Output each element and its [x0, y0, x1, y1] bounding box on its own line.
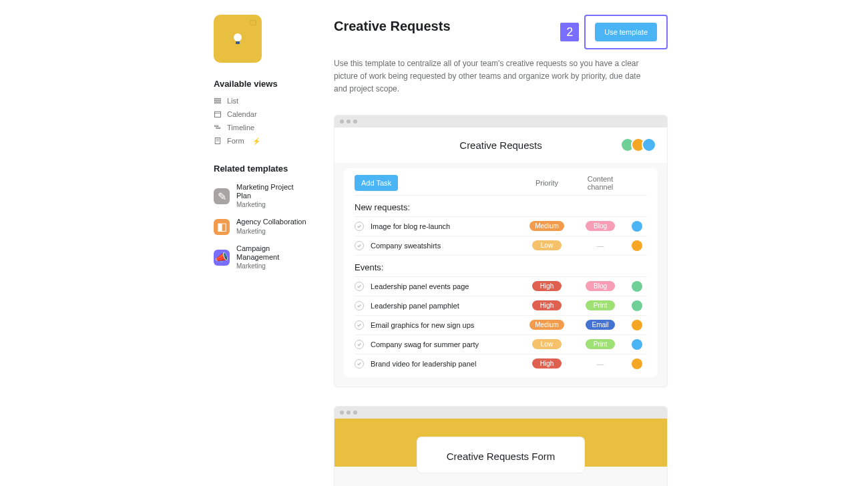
assignee-avatar	[632, 281, 642, 292]
column-channel: Content channel	[574, 175, 627, 191]
svg-rect-4	[215, 102, 221, 103]
template-main: Creative Requests 2 Use template Use thi…	[334, 15, 668, 486]
template-sidebar: Available views ListCalendarTimelineForm…	[214, 15, 307, 486]
svg-rect-1	[236, 41, 240, 44]
priority-pill: Low	[532, 339, 562, 349]
task-row[interactable]: Leadership panel events page High Blog	[355, 277, 647, 296]
preview-list-window: Creative Requests Add Task Priority Cont…	[334, 115, 668, 387]
priority-pill: High	[532, 358, 562, 369]
view-item-timeline[interactable]: Timeline	[214, 121, 307, 134]
assignee-avatar	[632, 240, 642, 251]
related-template-item[interactable]: ✎ Marketing Project PlanMarketing	[214, 179, 307, 214]
assignee-avatar	[632, 358, 642, 369]
channel-pill: Blog	[586, 281, 615, 291]
related-template-item[interactable]: 📣 Campaign ManagementMarketing	[214, 240, 307, 275]
views-list: ListCalendarTimelineForm⚡	[214, 94, 307, 148]
task-name: Company swag for summer party	[371, 340, 520, 348]
available-views-heading: Available views	[214, 79, 307, 89]
svg-rect-5	[215, 111, 221, 117]
channel-pill: Print	[586, 339, 615, 349]
related-template-item[interactable]: ◧ Agency CollaborationMarketing	[214, 214, 307, 240]
related-template-category: Marketing	[236, 227, 306, 236]
channel-pill: Print	[586, 300, 615, 310]
empty-cell: —	[597, 360, 604, 368]
avatar	[642, 138, 656, 152]
task-name: Image for blog re-launch	[371, 222, 520, 230]
svg-rect-3	[215, 100, 221, 101]
empty-cell: —	[597, 242, 604, 250]
preview-list-header: Creative Requests	[335, 128, 667, 163]
section-header: Events:	[355, 256, 647, 277]
view-item-calendar[interactable]: Calendar	[214, 107, 307, 121]
section-header: New requests:	[355, 196, 647, 217]
svg-point-0	[234, 33, 242, 41]
task-name: Leadership panel events page	[371, 282, 520, 290]
task-check-icon[interactable]	[355, 301, 364, 310]
assignee-avatar	[632, 300, 642, 311]
timeline-icon	[214, 124, 222, 132]
task-list-panel: Add Task Priority Content channel New re…	[344, 168, 658, 377]
callout-use-template: 2 Use template	[560, 15, 668, 49]
column-priority: Priority	[520, 179, 574, 187]
callout-number-badge: 2	[560, 23, 579, 41]
form-icon	[214, 137, 222, 145]
task-sections: New requests: Image for blog re-launch M…	[355, 196, 647, 373]
add-task-button[interactable]: Add Task	[355, 175, 398, 191]
priority-pill: Medium	[529, 221, 564, 231]
template-title: Creative Requests	[334, 19, 451, 34]
window-titlebar	[335, 407, 667, 419]
related-templates-list: ✎ Marketing Project PlanMarketing◧ Agenc…	[214, 179, 307, 275]
preview-form-window: Creative Requests Form Name * Email addr…	[334, 406, 668, 486]
svg-rect-8	[216, 128, 220, 129]
priority-pill: High	[532, 281, 562, 291]
task-row[interactable]: Leadership panel pamphlet High Print	[355, 296, 647, 316]
task-list-header-row: Add Task Priority Content channel	[355, 175, 647, 196]
window-titlebar	[335, 115, 667, 128]
view-label: Calendar	[227, 110, 257, 118]
task-name: Leadership panel pamphlet	[371, 302, 520, 310]
task-check-icon[interactable]	[355, 282, 364, 291]
assignee-avatar	[632, 320, 642, 330]
task-name: Company sweatshirts	[371, 242, 520, 250]
lightning-icon: ⚡	[252, 138, 260, 145]
related-template-icon: ◧	[214, 219, 230, 235]
related-template-name: Marketing Project Plan	[236, 183, 307, 200]
task-row[interactable]: Email graphics for new sign ups Medium E…	[355, 316, 647, 335]
lightbulb-icon	[230, 31, 246, 47]
related-template-icon: ✎	[214, 188, 230, 204]
view-item-form[interactable]: Form⚡	[214, 134, 307, 148]
related-template-category: Marketing	[236, 262, 307, 271]
related-template-name: Campaign Management	[236, 244, 307, 262]
task-row[interactable]: Brand video for leadership panel High —	[355, 354, 647, 373]
preview-avatars	[624, 138, 656, 152]
task-row[interactable]: Image for blog re-launch Medium Blog	[355, 217, 647, 236]
task-check-icon[interactable]	[355, 222, 364, 231]
list-icon	[214, 97, 222, 105]
task-check-icon[interactable]	[355, 320, 364, 330]
task-row[interactable]: Company sweatshirts Low —	[355, 236, 647, 256]
form-title-card: Creative Requests Form	[417, 437, 584, 473]
template-description: Use this template to centralize all of y…	[334, 57, 648, 96]
view-label: Form	[227, 137, 244, 145]
view-item-list[interactable]: List	[214, 94, 307, 107]
channel-pill: Blog	[586, 221, 615, 231]
task-row[interactable]: Company swag for summer party Low Print	[355, 335, 647, 354]
view-label: List	[227, 97, 238, 105]
priority-pill: Medium	[529, 320, 564, 330]
use-template-button[interactable]: Use template	[595, 23, 657, 41]
calendar-icon	[214, 110, 222, 118]
template-hero-icon	[214, 15, 262, 63]
channel-pill: Email	[586, 320, 615, 330]
related-templates-heading: Related templates	[214, 164, 307, 174]
priority-pill: High	[532, 300, 562, 310]
task-check-icon[interactable]	[355, 340, 364, 349]
svg-rect-7	[215, 126, 218, 127]
related-template-category: Marketing	[236, 200, 307, 210]
task-name: Brand video for leadership panel	[371, 360, 520, 368]
assignee-avatar	[632, 221, 642, 232]
svg-rect-2	[215, 98, 221, 99]
task-check-icon[interactable]	[355, 241, 364, 250]
preview-list-title: Creative Requests	[459, 140, 541, 151]
callout-highlight-box: Use template	[584, 15, 668, 49]
task-check-icon[interactable]	[355, 359, 364, 369]
